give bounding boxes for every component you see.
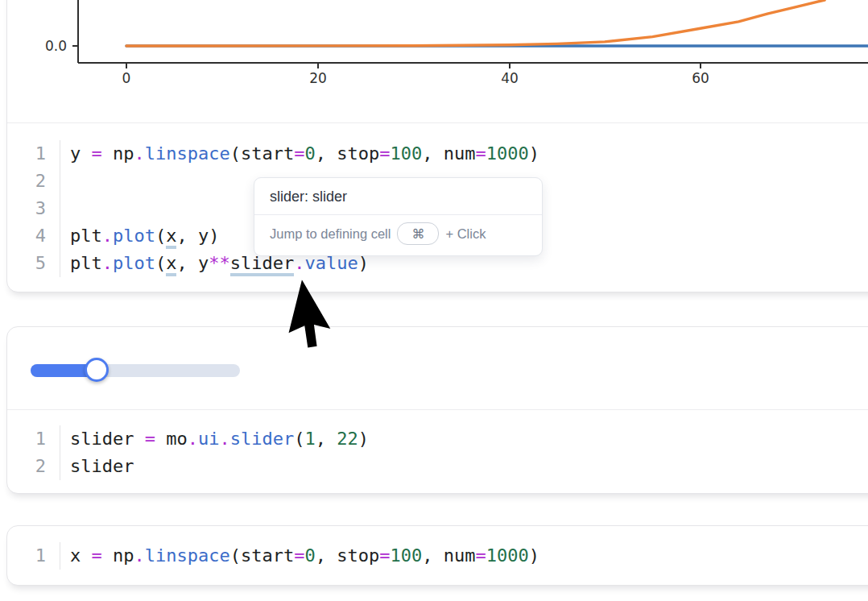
- line-number: 1: [7, 542, 60, 570]
- line-number: 1: [7, 425, 60, 453]
- slider-thumb[interactable]: [85, 358, 109, 382]
- line-number: 3: [7, 195, 60, 222]
- command-key-icon: ⌘: [411, 226, 424, 242]
- matplotlib-figure: 0.0 0 20 40 60: [7, 0, 868, 122]
- line-number: 1: [7, 140, 60, 168]
- cell-slider: 1slider = mo.ui.slider(1, 22)2slider: [6, 326, 868, 494]
- plot-output: 0.0 0 20 40 60: [7, 0, 868, 122]
- code-line[interactable]: 1y = np.linspace(start=0, stop=100, num=…: [7, 140, 868, 168]
- variable-tooltip: slider: slider Jump to defining cell ⌘ +…: [254, 177, 543, 256]
- line-series-orange: [126, 0, 825, 46]
- y-tick-label: 0.0: [45, 38, 67, 54]
- tooltip-shortcut-suffix: + Click: [445, 226, 486, 242]
- code-line[interactable]: 2slider: [7, 453, 868, 480]
- line-number: 2: [7, 453, 60, 480]
- tooltip-action-label: Jump to defining cell: [270, 226, 391, 242]
- x-tick-label: 20: [309, 70, 327, 86]
- tooltip-variable-label: slider: slider: [254, 178, 542, 214]
- code-editor-3[interactable]: 1x = np.linspace(start=0, stop=100, num=…: [7, 526, 868, 585]
- notebook: 0.0 0 20 40 60 1y = np.linspace(start=0,…: [0, 0, 868, 601]
- slider-output: [7, 327, 868, 409]
- slider-track[interactable]: [31, 364, 240, 377]
- line-number: 5: [7, 250, 60, 277]
- code-line[interactable]: 1x = np.linspace(start=0, stop=100, num=…: [7, 542, 868, 570]
- x-tick-label: 40: [501, 70, 519, 86]
- code-line[interactable]: 1slider = mo.ui.slider(1, 22): [7, 425, 868, 453]
- line-number: 2: [7, 168, 60, 195]
- x-tick-label: 60: [692, 70, 709, 86]
- x-tick-marks: [126, 63, 701, 68]
- command-key-badge: ⌘: [397, 222, 439, 245]
- cell-x-definition: 1x = np.linspace(start=0, stop=100, num=…: [6, 525, 868, 586]
- x-tick-label: 0: [122, 70, 131, 86]
- code-editor-2[interactable]: 1slider = mo.ui.slider(1, 22)2slider: [7, 409, 868, 493]
- line-number: 4: [7, 222, 60, 250]
